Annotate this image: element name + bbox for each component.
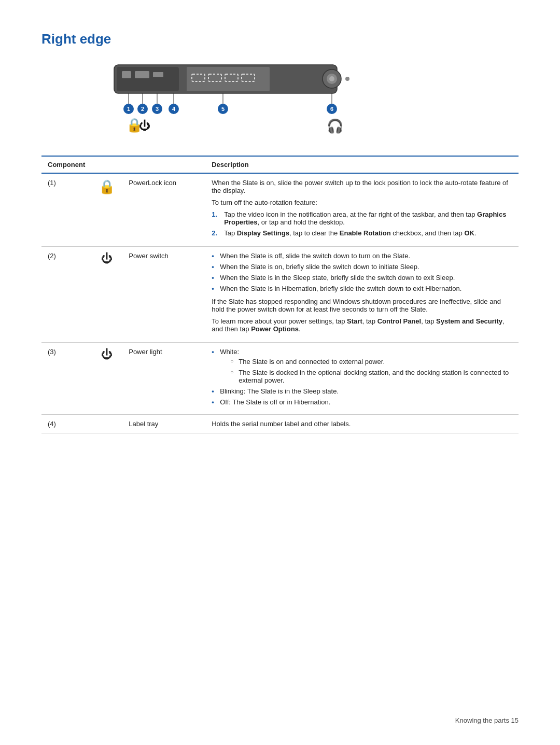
row2-num: (2): [41, 247, 91, 343]
lock-icon: 🔒: [99, 179, 115, 194]
row1-name: PowerLock icon: [122, 173, 205, 247]
svg-text:6: 6: [330, 106, 333, 112]
power-icon: ⏻: [101, 252, 113, 265]
svg-rect-5: [187, 67, 270, 91]
row1-icon: 🔒: [91, 173, 122, 247]
svg-rect-4: [153, 72, 163, 77]
page-footer: Knowing the parts 15: [455, 716, 519, 724]
svg-rect-3: [135, 71, 149, 78]
row4-desc: Holds the serial number label and other …: [205, 415, 519, 433]
svg-rect-1: [117, 67, 179, 91]
row4-num: (4): [41, 415, 91, 433]
table-row: (1) 🔒 PowerLock icon When the Slate is o…: [41, 173, 519, 247]
row3-num: (3): [41, 343, 91, 415]
svg-text:2: 2: [141, 106, 144, 112]
svg-text:4: 4: [172, 106, 176, 112]
row4-icon: [91, 415, 122, 433]
table-row: (2) ⏻ Power switch When the Slate is off…: [41, 247, 519, 343]
row1-num: (1): [41, 173, 91, 247]
svg-text:⏻: ⏻: [139, 119, 150, 132]
table-row: (4) Label tray Holds the serial number l…: [41, 415, 519, 433]
svg-point-12: [329, 76, 334, 81]
svg-text:🎧: 🎧: [327, 118, 344, 134]
device-diagram-area: 1 2 3 4 5 6 🔒 ⏻: [41, 60, 519, 140]
table-row: (3) ⏻ Power light White: The Slate is on…: [41, 343, 519, 415]
row1-desc: When the Slate is on, slide the power sw…: [205, 173, 519, 247]
svg-text:3: 3: [156, 106, 159, 112]
row4-name: Label tray: [122, 415, 205, 433]
device-diagram-svg: 1 2 3 4 5 6 🔒 ⏻: [83, 60, 373, 140]
row3-icon: ⏻: [91, 343, 122, 415]
row3-desc: White: The Slate is on and connected to …: [205, 343, 519, 415]
header-component: Component: [41, 156, 91, 173]
svg-rect-2: [122, 71, 131, 78]
svg-point-13: [345, 77, 349, 81]
row2-name: Power switch: [122, 247, 205, 343]
component-table: Component Description (1) 🔒 PowerLock ic…: [41, 156, 519, 433]
row3-name: Power light: [122, 343, 205, 415]
svg-text:1: 1: [127, 106, 130, 112]
row2-icon: ⏻: [91, 247, 122, 343]
svg-text:5: 5: [221, 106, 225, 112]
power-light-icon: ⏻: [101, 348, 113, 361]
page-title: Right edge: [41, 31, 519, 47]
page-container: Right edge: [0, 0, 560, 475]
row2-desc: When the Slate is off, slide the switch …: [205, 247, 519, 343]
header-description: Description: [205, 156, 519, 173]
